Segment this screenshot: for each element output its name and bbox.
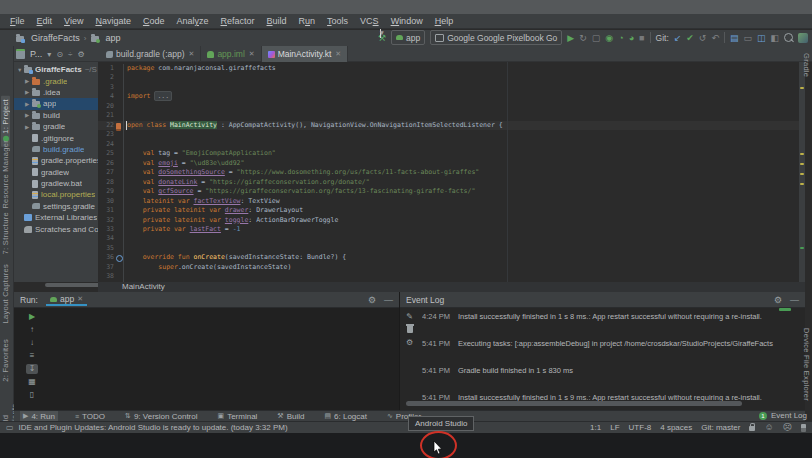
status-1-1[interactable]: 1:1 (590, 423, 601, 432)
tree-item-gradle[interactable]: ▶.gradle (14, 75, 98, 86)
tree-item-app[interactable]: ▶app (14, 98, 98, 109)
collapse-all-icon[interactable]: ÷ (68, 50, 72, 59)
tool-button-device-file-explorer[interactable]: Device File Explorer (802, 328, 811, 401)
trash-icon[interactable] (407, 326, 413, 333)
clear-console-icon[interactable]: ▯ (26, 390, 38, 400)
tree-item-gradlew[interactable]: gradlew (14, 167, 98, 178)
close-icon[interactable]: ✕ (249, 50, 255, 58)
tool-button-7-structure[interactable]: 7: Structure (1, 212, 10, 254)
run-icon[interactable]: ▶ (567, 33, 574, 43)
tree-item-idea[interactable]: ▶.idea (14, 87, 98, 98)
toolwindow-6-logcat[interactable]: ▤6: Logcat (321, 411, 370, 422)
tree-item-scratches-and-consoles[interactable]: Scratches and Consoles (14, 223, 98, 234)
tree-item-gradle[interactable]: ▶gradle (14, 121, 98, 132)
soft-wrap-icon[interactable]: ≡ (26, 351, 38, 361)
tree-item-giraffefacts[interactable]: ▼GiraffeFacts ~/S (14, 64, 98, 75)
menu-item-edit[interactable]: Edit (31, 16, 59, 26)
expand-arrow[interactable]: ▶ (25, 124, 32, 130)
tab-app-iml[interactable]: app.iml✕ (201, 46, 261, 62)
stripe-mark-warning[interactable] (800, 173, 804, 175)
tool-button-2-favorites[interactable]: 2: Favorites (1, 339, 10, 382)
debug-icon[interactable]: ◉ (605, 33, 613, 43)
menu-item-navigate[interactable]: Navigate (89, 16, 137, 26)
code-editor[interactable]: 1package com.naranjaconsal.giraffefacts2… (98, 62, 805, 282)
locate-file-icon[interactable]: ⊙ (56, 50, 63, 59)
event-log-scrollbar[interactable] (406, 401, 742, 406)
expand-arrow[interactable]: ▶ (25, 112, 32, 118)
tree-item-build[interactable]: ▶build (14, 110, 98, 121)
tool-button-layout-captures[interactable]: Layout Captures (1, 264, 10, 324)
status-lf[interactable]: LF (610, 423, 619, 432)
lock-icon[interactable] (749, 426, 755, 431)
gear-icon[interactable]: ⚙ (77, 50, 84, 59)
tree-item-gradle-properties[interactable]: gradle.properties (14, 155, 98, 166)
expand-arrow[interactable]: ▶ (25, 78, 32, 84)
menu-item-build[interactable]: Build (261, 16, 293, 26)
breadcrumb-project[interactable]: GiraffeFacts (31, 33, 80, 43)
toolwindow-terminal[interactable]: ▣Terminal (215, 411, 261, 422)
close-icon[interactable]: ✕ (335, 50, 341, 58)
sad-feedback-icon[interactable]: ☹ (783, 423, 792, 432)
status-message[interactable]: IDE and Plugin Updates: Android Studio i… (19, 423, 288, 432)
tree-item-gradlew-bat[interactable]: gradlew.bat (14, 178, 98, 189)
toolwindow-todo[interactable]: ≡TODO (72, 411, 108, 422)
tab-build-gradle-app[interactable]: build.gradle (:app)✕ (100, 46, 201, 62)
gear-icon[interactable]: ⚙ (368, 295, 376, 305)
commit-icon[interactable]: ✔ (686, 33, 694, 43)
settings-wrench-icon[interactable]: ⚙ (406, 338, 413, 347)
close-icon[interactable]: ✕ (189, 50, 195, 58)
up-stack-trace-icon[interactable]: ↑ (26, 325, 38, 335)
expand-arrow[interactable]: ▶ (25, 101, 32, 107)
stripe-mark-warning[interactable] (800, 87, 804, 89)
run-config-dropdown[interactable]: app ▾ (391, 30, 425, 45)
minimize-icon[interactable]: — (790, 295, 799, 305)
toolwindow-toggle-icon[interactable]: ▭ (6, 423, 14, 432)
search-icon[interactable] (784, 33, 793, 42)
status-git-master[interactable]: Git: master (701, 423, 740, 432)
status-4-spaces[interactable]: 4 spaces (660, 423, 692, 432)
print-icon[interactable]: ▦ (26, 377, 38, 387)
close-icon[interactable]: ✕ (77, 295, 83, 303)
rollback-icon[interactable]: ↶ (711, 33, 719, 43)
menu-item-tools[interactable]: Tools (321, 16, 354, 26)
menu-item-code[interactable]: Code (137, 16, 171, 26)
expand-arrow[interactable]: ▶ (25, 89, 32, 95)
editor-breadcrumb[interactable]: MainActivity (98, 282, 805, 292)
update-project-icon[interactable]: ↙ (674, 33, 682, 43)
stripe-mark-green[interactable] (800, 247, 804, 249)
tree-item-gitignore[interactable]: .gitignore (14, 132, 98, 143)
layout-inspector-icon[interactable]: ▭ (743, 33, 752, 43)
gauge-icon[interactable]: ◕ (629, 33, 634, 43)
menu-item-file[interactable]: File (4, 16, 31, 26)
tree-item-settings-gradle[interactable]: settings.gradle (14, 201, 98, 212)
chevron-down-icon[interactable]: ▾ (47, 50, 51, 59)
project-view-selector[interactable]: P... (30, 49, 42, 59)
menu-item-window[interactable]: Window (385, 16, 429, 26)
edit-log-icon[interactable]: ✎ (406, 312, 413, 321)
menu-item-help[interactable]: Help (429, 16, 460, 26)
apply-changes-icon[interactable]: ↻ (579, 33, 587, 43)
tree-item-build-gradle[interactable]: build.gradle (14, 144, 98, 155)
stop-icon[interactable]: ■ (639, 33, 644, 43)
menu-item-refactor[interactable]: Refactor (215, 16, 261, 26)
menu-item-run[interactable]: Run (293, 16, 322, 26)
toolwindow-build[interactable]: ⚒Build (274, 411, 307, 422)
toolwindow-9-version-control[interactable]: ⇅9: Version Control (122, 411, 200, 422)
stripe-mark-warning[interactable] (800, 183, 804, 185)
toolwindow-4-run[interactable]: ▶4: Run (20, 411, 58, 422)
menu-item-view[interactable]: View (58, 16, 89, 26)
expand-arrow[interactable]: ▼ (17, 67, 24, 73)
stripe-mark-warning[interactable] (800, 163, 804, 165)
run-tab-app[interactable]: app ✕ (46, 293, 87, 306)
status-utf-8[interactable]: UTF-8 (629, 423, 652, 432)
device-dropdown[interactable]: Google Google Pixelbook Go ▾ (430, 30, 562, 45)
tool-button-gradle[interactable]: Gradle (802, 53, 811, 77)
menu-item-vcs[interactable]: VCS (354, 16, 385, 26)
avatar[interactable] (798, 33, 808, 43)
memory-indicator-icon[interactable] (801, 424, 806, 432)
breadcrumb-module[interactable]: app (106, 33, 121, 43)
project-structure-icon[interactable]: ▤ (730, 33, 739, 43)
event-log-button[interactable]: 1 Event Log (759, 411, 807, 420)
tab-mainactivity-kt[interactable]: MainActivity.kt✕ (262, 46, 349, 62)
down-stack-trace-icon[interactable]: ↓ (26, 338, 38, 348)
